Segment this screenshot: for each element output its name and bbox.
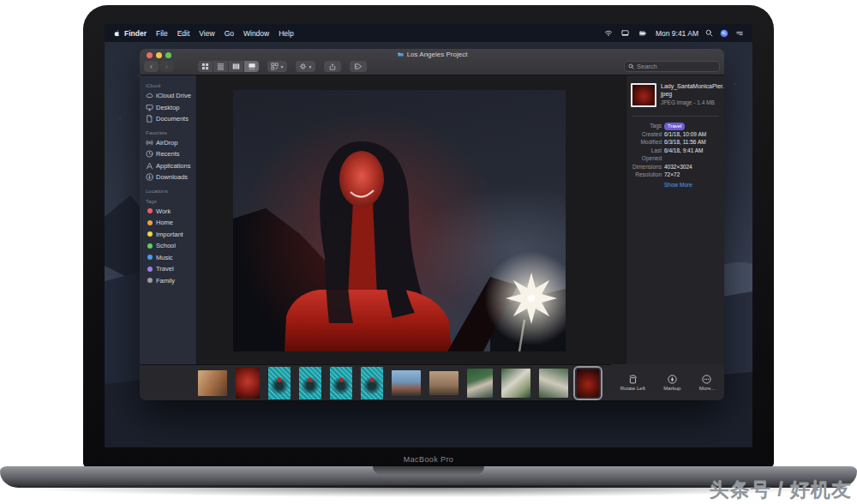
info-panel: Lady_SantaMonicaPier.jpeg JPEG image - 1…: [626, 75, 724, 364]
menu-item-help[interactable]: Help: [279, 29, 293, 38]
apple-menu-icon[interactable]: [113, 28, 121, 38]
column-view-button[interactable]: [229, 61, 243, 72]
share-button[interactable]: [324, 61, 341, 72]
tag-icon: [354, 63, 363, 70]
thumbnail-photo-red-selected[interactable]: [577, 369, 599, 397]
show-more-link[interactable]: Show More: [664, 182, 720, 188]
thumbnail-photo-plants-2[interactable]: [501, 369, 530, 398]
sidebar-item-family[interactable]: Family: [146, 275, 195, 287]
folder-icon: [397, 51, 405, 57]
sidebar-section-favorites: Favorites: [146, 130, 195, 135]
menu-item-edit[interactable]: Edit: [177, 29, 190, 38]
tag-color-dot: [147, 243, 153, 249]
menu-bar-status: Mon 9:41 AM: [603, 29, 744, 38]
forward-button[interactable]: [159, 61, 174, 72]
tag-color-dot: [147, 255, 153, 260]
sidebar-item-downloads[interactable]: Downloads: [146, 171, 195, 183]
metadata-label: Created: [631, 130, 662, 139]
gallery-view-icon: [248, 63, 256, 70]
downloads-icon: [146, 173, 153, 181]
rotate-left-button[interactable]: Rotate Left: [620, 375, 645, 391]
menu-item-file[interactable]: File: [156, 29, 168, 38]
metadata-value: 6/4/18, 9:41 AM: [664, 147, 704, 163]
sidebar-section-icloud: iCloud: [146, 83, 195, 88]
markup-button[interactable]: Markup: [663, 375, 680, 391]
metadata-value: 72×72: [664, 171, 680, 179]
search-icon[interactable]: [705, 29, 713, 37]
sidebar-item-school[interactable]: School: [146, 240, 195, 252]
window-header: Los Angeles Project: [140, 49, 724, 75]
macbook-lid-notch: [373, 466, 484, 475]
list-view-button[interactable]: [213, 61, 228, 72]
tag-badge[interactable]: Travel: [664, 123, 685, 130]
more-button[interactable]: More...: [699, 375, 716, 391]
sidebar-item-desktop[interactable]: Desktop: [146, 102, 195, 114]
metadata-label: Tags: [631, 122, 662, 130]
cloud-icon: [146, 92, 153, 99]
metadata-row-created: Created6/1/18, 10:09 AM: [631, 130, 720, 139]
macbook-body: FinderFileEditViewGoWindowHelp Mon 9:41 …: [83, 5, 774, 468]
sidebar-item-label: Music: [156, 254, 173, 261]
sidebar-item-music[interactable]: Music: [146, 252, 195, 264]
wifi-icon[interactable]: [603, 29, 614, 37]
battery-icon[interactable]: [637, 30, 649, 37]
tag-color-dot: [147, 220, 153, 225]
thumbnail-photo-pool-1[interactable]: [268, 367, 291, 399]
thumbnail-photo-plants-1[interactable]: [467, 369, 493, 398]
thumbnail-photo-beach-tan[interactable]: [198, 370, 227, 396]
thumbnail-photo-pool-3[interactable]: [330, 367, 352, 399]
sidebar-item-label: iCloud Drive: [156, 92, 191, 99]
tags-button[interactable]: [350, 61, 367, 72]
page: FinderFileEditViewGoWindowHelp Mon 9:41 …: [0, 0, 857, 504]
sidebar-item-home[interactable]: Home: [146, 217, 195, 229]
metadata-label: Modified: [631, 138, 662, 147]
action-button[interactable]: ▼: [296, 61, 315, 72]
sidebar-item-label: Documents: [156, 115, 189, 123]
thumbnail-photo-pool-4[interactable]: [361, 367, 383, 399]
gallery-content: [197, 75, 626, 364]
sidebar-item-label: Recents: [156, 150, 180, 158]
view-switcher: [198, 61, 259, 72]
menu-item-window[interactable]: Window: [243, 29, 269, 38]
divider: [632, 116, 719, 117]
notification-center-icon[interactable]: [735, 30, 744, 37]
file-summary: Lady_SantaMonicaPier.jpeg JPEG image - 1…: [631, 83, 720, 107]
thumbnail-photo-pool-2[interactable]: [299, 367, 321, 399]
quick-actions-bar: Rotate LeftMarkupMore...: [611, 364, 724, 400]
gallery-view-button[interactable]: [244, 61, 259, 72]
sidebar-item-airdrop[interactable]: AirDrop: [146, 137, 195, 149]
group-button[interactable]: ▼: [267, 61, 287, 72]
search-field[interactable]: Search: [624, 61, 720, 72]
sidebar-item-label: Applications: [156, 162, 190, 170]
metadata-row-resolution: Resolution72×72: [631, 171, 720, 179]
sidebar-item-important[interactable]: Important: [146, 229, 195, 241]
search-icon: [628, 63, 634, 69]
thumbnail-photo-plants-3[interactable]: [539, 369, 568, 398]
thumbnail-photo-red-portrait[interactable]: [236, 368, 260, 399]
sidebar-item-recents[interactable]: Recents: [146, 148, 195, 160]
action-label: Rotate Left: [620, 386, 645, 391]
menu-item-view[interactable]: View: [199, 29, 214, 38]
preview-photo[interactable]: [233, 90, 566, 351]
icon-view-button[interactable]: [198, 61, 213, 72]
sidebar-item-travel[interactable]: Travel: [146, 263, 195, 275]
sidebar-item-label: Home: [156, 219, 173, 226]
sidebar-item-applications[interactable]: Applications: [146, 160, 195, 172]
desktop-icon: [146, 104, 153, 111]
menu-item-go[interactable]: Go: [225, 29, 234, 38]
metadata-row-tags: TagsTravel: [631, 122, 720, 130]
forward-icon: [165, 63, 169, 70]
back-button[interactable]: [144, 61, 159, 72]
sidebar-item-work[interactable]: Work: [146, 206, 195, 218]
menu-bar-clock[interactable]: Mon 9:41 AM: [656, 29, 698, 38]
sidebar-section-locations: Locations: [146, 189, 195, 194]
menu-item-finder[interactable]: Finder: [124, 29, 147, 38]
display-icon[interactable]: [620, 29, 630, 37]
sidebar-item-documents[interactable]: Documents: [146, 113, 195, 125]
sidebar-item-label: Travel: [156, 265, 174, 273]
thumbnail-photo-man-wall[interactable]: [429, 371, 458, 395]
thumbnail-photo-sky-portrait[interactable]: [392, 370, 421, 396]
file-thumbnail[interactable]: [631, 83, 656, 107]
siri-icon[interactable]: [720, 29, 728, 38]
sidebar-item-icloud-drive[interactable]: iCloud Drive: [146, 90, 195, 102]
